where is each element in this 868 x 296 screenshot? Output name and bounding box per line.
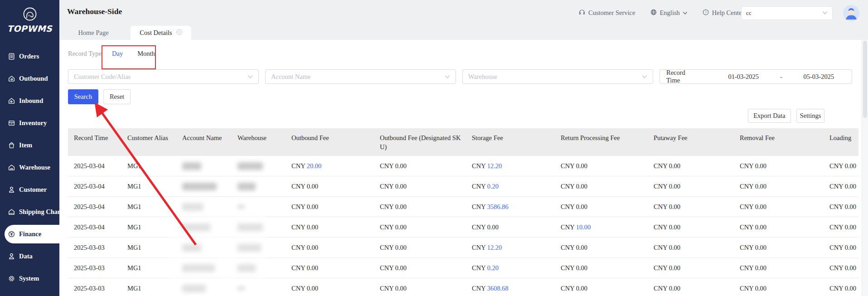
sidebar-item-label: Customer: [19, 186, 47, 194]
content: Record Type Day Month Customer Code/Alia…: [59, 40, 868, 296]
table-toolbar: Export Data Settings: [748, 109, 824, 123]
fee-amount: 0.00: [755, 162, 766, 170]
table-row: 2025-03-04MG1CNY 0.00CNY 0.00CNY 3586.86…: [68, 197, 858, 217]
outbound-icon: [8, 75, 15, 82]
sidebar-item-finance[interactable]: Finance: [0, 223, 59, 245]
chevron-down-icon: [445, 73, 450, 81]
currency-code: CNY: [472, 264, 487, 272]
sidebar-item-inbound[interactable]: Inbound: [0, 90, 59, 112]
cell-fee: CNY 0.00: [648, 162, 734, 170]
search-button[interactable]: Search: [68, 89, 98, 104]
currency-code: CNY: [380, 244, 395, 251]
currency-code: CNY: [472, 223, 487, 231]
cell-customer-alias: MG1: [121, 223, 176, 231]
fee-amount: 0.00: [669, 244, 680, 251]
fee-amount: 0.00: [395, 264, 407, 272]
fee-amount: 0.00: [307, 285, 318, 292]
sidebar-item-shipping-channel[interactable]: Shipping Channel: [0, 201, 59, 223]
language-switcher[interactable]: English: [650, 9, 688, 18]
tab-close-icon[interactable]: [176, 29, 182, 37]
record-type-option-day[interactable]: Day: [112, 50, 123, 58]
customer-icon: [8, 186, 15, 194]
record-time-range-picker[interactable]: Record Time 01-03-2025 - 05-03-2025: [659, 69, 852, 84]
record-time-to[interactable]: 05-03-2025: [792, 73, 845, 81]
table-body: 2025-03-04MG1CNY 20.00CNY 0.00CNY 12.20C…: [68, 156, 858, 296]
reset-button[interactable]: Reset: [103, 89, 131, 104]
vertical-scrollbar[interactable]: [862, 40, 868, 296]
fee-amount: 0.00: [845, 244, 856, 251]
currency-code: CNY: [829, 223, 845, 231]
currency-code: CNY: [829, 264, 845, 272]
cell-fee: CNY 0.00: [374, 264, 466, 272]
sidebar-item-item[interactable]: Item: [0, 134, 59, 156]
cell-fee: CNY 0.00: [824, 183, 858, 190]
cell-customer-alias: MG1: [121, 244, 176, 252]
column-header-removal-fee: Removal Fee: [734, 128, 824, 156]
record-time-separator: -: [770, 73, 792, 81]
redacted-blur: [238, 183, 256, 190]
record-type-option-month[interactable]: Month: [137, 50, 155, 58]
cell-fee: CNY 0.00: [824, 162, 858, 170]
record-time-from[interactable]: 01-03-2025: [717, 73, 770, 81]
cell-fee: CNY 0.00: [555, 183, 648, 190]
fee-amount-link[interactable]: 3586.86: [487, 203, 509, 210]
currency-code: CNY: [380, 264, 395, 272]
fee-amount: 0.00: [395, 203, 407, 210]
currency-code: CNY: [561, 203, 576, 210]
fee-amount: 0.00: [395, 285, 407, 292]
cell-fee: CNY 0.00: [555, 264, 648, 272]
cell-account-name-redacted: [176, 223, 232, 231]
redacted-blur: [182, 162, 201, 170]
record-type-label: Record Type: [68, 50, 102, 58]
customer-code-alias-select[interactable]: Customer Code/Alias: [68, 69, 259, 84]
sidebar-item-customer[interactable]: Customer: [0, 179, 59, 201]
sidebar-item-label: Shipping Channel: [19, 208, 70, 216]
fee-amount-link[interactable]: 3608.68: [487, 285, 509, 292]
account-name-select[interactable]: Account Name: [265, 69, 456, 84]
cell-fee: CNY 0.00: [286, 285, 374, 292]
fee-amount-link[interactable]: 10.00: [576, 223, 591, 231]
sidebar-item-label: Data: [19, 252, 33, 260]
scrollbar-thumb[interactable]: [863, 41, 867, 118]
cell-fee: CNY 0.00: [734, 264, 824, 272]
topbar-links: Customer Service English ? Help Center: [578, 0, 744, 26]
fee-amount-link[interactable]: 12.20: [487, 162, 502, 170]
currency-code: CNY: [654, 244, 669, 251]
tab-cost-details[interactable]: Cost Details: [131, 26, 191, 40]
cell-record-time: 2025-03-03: [68, 244, 121, 252]
fee-amount: 0.00: [845, 203, 856, 210]
fee-amount: 0.00: [845, 183, 856, 190]
fee-amount-link[interactable]: 0.20: [487, 183, 499, 190]
fee-amount: 0.00: [669, 264, 680, 272]
data-icon: [8, 252, 15, 260]
currency-code: CNY: [654, 203, 669, 210]
tab-home-page[interactable]: Home Page: [67, 26, 120, 40]
fee-amount: 0.00: [576, 244, 587, 251]
help-center-link[interactable]: ? Help Center: [702, 9, 744, 18]
user-avatar[interactable]: [843, 5, 859, 21]
sidebar-item-warehouse[interactable]: Warehouse: [0, 156, 59, 179]
fee-amount: 0.00: [845, 264, 856, 272]
user-account-select[interactable]: cc: [741, 6, 833, 20]
cell-record-time: 2025-03-04: [68, 203, 121, 211]
settings-button[interactable]: Settings: [796, 109, 824, 123]
cell-warehouse-redacted: [232, 183, 286, 190]
sidebar-item-system[interactable]: System: [0, 267, 59, 290]
fee-amount-link[interactable]: 12.20: [487, 244, 502, 251]
fee-amount-link[interactable]: 20.00: [307, 162, 322, 170]
sidebar-item-inventory[interactable]: Inventory: [0, 112, 59, 134]
fee-amount: 0.00: [307, 244, 318, 251]
warehouse-select[interactable]: Warehouse: [462, 69, 653, 84]
fee-amount-link[interactable]: 0.20: [487, 264, 499, 272]
currency-code: CNY: [380, 183, 395, 190]
currency-code: CNY: [472, 285, 487, 292]
sidebar-item-orders[interactable]: Orders: [0, 45, 59, 68]
cell-fee: CNY 0.00: [734, 285, 824, 292]
finance-icon: [8, 230, 15, 238]
customer-service-link[interactable]: Customer Service: [578, 9, 635, 18]
cell-fee: CNY 20.00: [286, 162, 374, 170]
sidebar-item-outbound[interactable]: Outbound: [0, 68, 59, 90]
sidebar-item-data[interactable]: Data: [0, 245, 59, 267]
export-data-button[interactable]: Export Data: [748, 109, 791, 123]
fee-amount: 0.00: [576, 183, 587, 190]
